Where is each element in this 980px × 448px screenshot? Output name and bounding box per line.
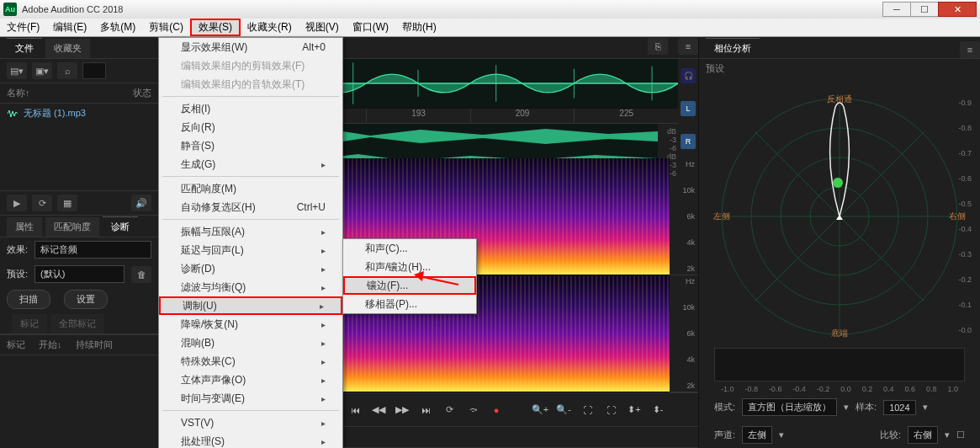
zoom-out-v-icon[interactable]: ⬍- — [648, 401, 668, 419]
hz-scale: Hz10k6k4k2k Hz10k6k4k2k — [670, 158, 698, 392]
menu-file[interactable]: 文件(F) — [0, 19, 46, 36]
svg-point-23 — [833, 178, 843, 188]
tab-diagnostics[interactable]: 诊断 — [103, 216, 138, 237]
tab-marker[interactable]: 标记 — [12, 314, 47, 333]
zoom-in-v-icon[interactable]: ⬍+ — [624, 401, 644, 419]
prev-button[interactable]: ⏮ — [345, 401, 365, 419]
tab-loudness[interactable]: 匹配响度 — [45, 217, 99, 237]
record-button[interactable]: ● — [486, 401, 506, 419]
phase-x-scale: -1.0-0.8-0.6-0.4-0.20.00.20.40.60.81.0 — [706, 385, 973, 393]
preset-select[interactable]: (默认) — [34, 265, 124, 283]
mode-select[interactable]: 直方图（日志缩放） — [742, 398, 837, 416]
effects-menu: 显示效果组(W)Alt+0 编辑效果组内的剪辑效果(F) 编辑效果组内的音轨效果… — [158, 37, 343, 448]
tab-files[interactable]: 文件 — [7, 38, 42, 58]
menu-silence[interactable]: 静音(S) — [159, 136, 342, 155]
app-logo: Au — [3, 3, 17, 16]
tab-all-markers[interactable]: 全部标记 — [50, 314, 104, 333]
zoom-out-icon[interactable]: 🔍- — [554, 401, 574, 419]
menu-edit-clip-effects: 编辑效果组内的剪辑效果(F) — [159, 56, 342, 75]
compare-select[interactable]: 右侧 — [908, 426, 938, 444]
marker-col-dur[interactable]: 持续时间 — [76, 339, 113, 351]
menu-invert[interactable]: 反相(I) — [159, 99, 342, 118]
panel-menu-icon[interactable]: ≡ — [678, 38, 698, 55]
menu-multitrack[interactable]: 多轨(M) — [93, 19, 142, 36]
scan-button[interactable]: 扫描 — [7, 290, 50, 309]
channel-right-button[interactable]: R — [681, 134, 696, 149]
ffwd-button[interactable]: ▶▶ — [392, 401, 412, 419]
tab-properties[interactable]: 属性 — [7, 217, 42, 237]
menu-clip[interactable]: 剪辑(C) — [142, 19, 190, 36]
tab-favorites[interactable]: 收藏夹 — [45, 39, 90, 58]
tab-phase-analysis[interactable]: 相位分析 — [706, 38, 760, 58]
submenu-chorus[interactable]: 和声(C)... — [343, 239, 476, 258]
channel-left-button[interactable]: L — [681, 101, 696, 116]
channel-headphone-icon[interactable]: 🎧 — [681, 68, 696, 83]
menu-edit[interactable]: 编辑(E) — [46, 19, 93, 36]
marker-col-name[interactable]: 标记 — [7, 339, 25, 351]
file-row[interactable]: 无标题 (1).mp3 — [0, 104, 158, 123]
record-icon[interactable]: ⌕ — [57, 62, 77, 79]
panel-menu-icon[interactable]: ≡ — [960, 41, 980, 58]
compare-label: 比较: — [880, 429, 901, 441]
close-button[interactable]: ✕ — [938, 2, 977, 17]
menu-favorites[interactable]: 收藏夹(R) — [241, 19, 299, 36]
menu-filter-eq[interactable]: 滤波与均衡(Q) — [159, 278, 342, 296]
menu-modulation[interactable]: 调制(U) — [159, 296, 342, 315]
zoom-full-icon[interactable]: ⛶ — [577, 401, 597, 419]
effect-select[interactable]: 标记音频 — [34, 241, 151, 259]
menu-amplitude[interactable]: 振幅与压限(A) — [159, 222, 342, 241]
menu-vst[interactable]: VST(V) — [159, 413, 342, 432]
rewind-button[interactable]: ◀◀ — [368, 401, 389, 419]
menu-diagnostics[interactable]: 诊断(D) — [159, 259, 342, 278]
settings-button[interactable]: 设置 — [64, 290, 108, 309]
menu-delay-echo[interactable]: 延迟与回声(L) — [159, 241, 342, 259]
menu-auto-heal[interactable]: 自动修复选区(H)Ctrl+U — [159, 198, 342, 216]
submenu-phaser[interactable]: 移相器(P)... — [343, 295, 476, 313]
menu-reverb[interactable]: 混响(B) — [159, 333, 342, 352]
menu-match-loudness[interactable]: 匹配响度(M) — [159, 179, 342, 198]
search-input[interactable] — [82, 62, 106, 79]
menu-show-effect-rack[interactable]: 显示效果组(W)Alt+0 — [159, 38, 342, 56]
menu-batch[interactable]: 批处理(S) — [159, 432, 342, 448]
zoom-in-icon[interactable]: 🔍+ — [530, 401, 550, 419]
mode-label: 模式: — [714, 401, 735, 413]
menu-effects[interactable]: 效果(S) — [190, 19, 241, 36]
delete-icon[interactable]: 🗑 — [131, 266, 151, 283]
phase-histogram — [714, 348, 965, 381]
sample-select[interactable]: 1024 — [883, 400, 915, 415]
link-icon[interactable]: ☐ — [956, 429, 965, 440]
zoom-sel-icon[interactable]: ⛶ — [601, 401, 621, 419]
channel-select[interactable]: 左侧 — [742, 426, 772, 444]
menu-reverse[interactable]: 反向(R) — [159, 118, 342, 136]
menu-noise-reduction[interactable]: 降噪/恢复(N) — [159, 315, 342, 333]
svg-marker-25 — [414, 271, 424, 281]
marker-col-start[interactable]: 开始↓ — [39, 339, 62, 351]
menu-view[interactable]: 视图(V) — [299, 19, 346, 36]
loop-icon[interactable]: ⟳ — [32, 195, 52, 211]
menu-window[interactable]: 窗口(W) — [346, 19, 395, 36]
menu-special[interactable]: 特殊效果(C) — [159, 352, 342, 371]
minimize-button[interactable]: ─ — [882, 2, 911, 17]
col-name[interactable]: 名称↑ — [7, 87, 30, 99]
new-file-icon[interactable]: ▤▾ — [7, 62, 27, 79]
waveform-icon — [7, 109, 19, 119]
play-icon[interactable]: ▶ — [7, 195, 27, 211]
maximize-button[interactable]: ☐ — [910, 2, 939, 17]
file-name: 无标题 (1).mp3 — [24, 107, 86, 120]
phase-scope: 反相通 左侧 右侧 底端 — [713, 90, 966, 343]
open-file-icon[interactable]: ▣▾ — [32, 62, 52, 79]
menu-time-pitch[interactable]: 时间与变调(E) — [159, 389, 342, 408]
volume-icon[interactable]: 🔊 — [131, 195, 151, 211]
sample-label: 样本: — [856, 401, 877, 413]
menu-help[interactable]: 帮助(H) — [395, 19, 443, 36]
zoom-icon[interactable]: ⎘ — [648, 38, 668, 55]
axis-top: 反相通 — [827, 93, 852, 105]
menu-edit-track-effects: 编辑效果组内的音轨效果(T) — [159, 75, 342, 93]
autoplay-icon[interactable]: ▦ — [57, 195, 77, 211]
col-status[interactable]: 状态 — [133, 87, 151, 99]
menu-generate[interactable]: 生成(G) — [159, 155, 342, 173]
menu-stereo-imagery[interactable]: 立体声声像(O) — [159, 371, 342, 389]
skip-button[interactable]: ⤼ — [463, 401, 483, 419]
loop-button[interactable]: ⟳ — [439, 401, 459, 419]
next-button[interactable]: ⏭ — [416, 401, 436, 419]
